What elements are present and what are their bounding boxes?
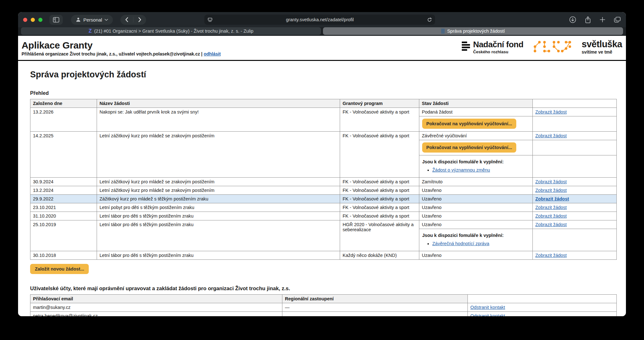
view-request-link[interactable]: Zobrazit žádost <box>535 205 567 210</box>
downloads-button[interactable] <box>569 16 576 23</box>
view-request-link[interactable]: Zobrazit žádost <box>535 188 567 193</box>
forms-list: Závěrečná hodnotící zpráva <box>423 241 530 246</box>
minimize-window-button[interactable] <box>31 18 35 22</box>
column-header-region: Regionální zastoupení <box>282 295 468 303</box>
back-button[interactable] <box>120 17 133 22</box>
application-action-cell: Zobrazit žádost <box>533 108 617 116</box>
application-row: 30.10.2018Letní tábor pro děti s těžkým … <box>30 251 617 260</box>
sidebar-toggle-button[interactable] <box>49 15 63 25</box>
application-date: 31.10.2020 <box>30 212 97 220</box>
header-logos: Nadační fond Českého rozhlasu <box>462 39 622 56</box>
remove-contact-link[interactable]: Odstranit kontakt <box>470 313 505 316</box>
view-request-link[interactable]: Zobrazit žádost <box>535 196 569 201</box>
window-controls <box>23 18 42 22</box>
continue-settlement-button[interactable]: Pokračovat na vyplňování vyúčtování... <box>422 142 516 153</box>
view-request-link[interactable]: Zobrazit žádost <box>535 179 567 184</box>
page-title: Správa projektových žádostí <box>30 70 616 80</box>
close-window-button[interactable] <box>23 18 27 22</box>
forms-list-item: Závěrečná hodnotící zpráva <box>432 241 530 246</box>
account-row: martin@sukany.cz—Odstranit kontakt <box>30 303 617 312</box>
forward-button[interactable] <box>133 17 146 22</box>
cesky-rozhlas-bars-icon <box>462 42 470 51</box>
view-request-link[interactable]: Zobrazit žádost <box>535 109 567 114</box>
tab-label: Správa projektových žádostí <box>447 29 505 34</box>
application-action-cell: Zobrazit žádost <box>533 203 617 212</box>
address-bar[interactable]: granty.svetluska.net/zadatel/profil <box>204 15 435 25</box>
application-action-cell: Zobrazit žádost <box>533 212 617 220</box>
application-row: 23.10.2021Letní pobyt pro děti s těžkým … <box>30 203 617 212</box>
applications-table: Založeno dne Název žádosti Grantový prog… <box>30 99 617 260</box>
application-program: FK - Volnočasové aktivity a sport <box>340 195 419 203</box>
view-request-link[interactable]: Zobrazit žádost <box>535 133 567 138</box>
person-icon <box>76 17 81 22</box>
column-header-account-actions <box>468 295 617 303</box>
chevron-down-icon <box>105 19 108 21</box>
tab-sprava-zadosti[interactable]: Správa projektových žádostí <box>323 27 623 35</box>
application-program: HGŘ 2020 - Volnočasové aktivity a sebere… <box>340 220 419 251</box>
view-request-link[interactable]: Zobrazit žádost <box>535 222 567 227</box>
available-forms-cell: Jsou k dispozici fomuláře k vyplnění:Žád… <box>419 155 533 178</box>
application-program: FK - Volnočasové aktivity a sport <box>340 212 419 220</box>
view-request-link[interactable]: Zobrazit žádost <box>535 213 567 219</box>
profile-switcher[interactable]: Personal <box>71 15 113 25</box>
overview-heading: Přehled <box>30 90 616 96</box>
application-name: Nakopni se: Jak udělat prvník krok za sv… <box>97 108 340 132</box>
sidebar-icon <box>53 17 59 23</box>
new-tab-button[interactable] <box>600 17 605 23</box>
remove-contact-link[interactable]: Odstranit kontakt <box>470 305 505 310</box>
account-action-cell: Odstranit kontakt <box>468 312 617 317</box>
application-action-cell: Zobrazit žádost <box>533 195 617 203</box>
accounts-heading: Uživatelské účty, které mají oprávnění u… <box>30 285 616 291</box>
column-header-name: Název žádosti <box>97 99 340 108</box>
form-link[interactable]: Žádost o významnou změnu <box>432 167 490 173</box>
application-status: Uzavřeno <box>419 195 533 203</box>
application-status: Podaná žádost <box>419 108 533 116</box>
reload-icon[interactable] <box>427 17 432 22</box>
forms-list-item: Žádost o významnou změnu <box>432 167 530 173</box>
view-request-link[interactable]: Zobrazit žádost <box>535 253 567 258</box>
share-button[interactable] <box>585 16 591 23</box>
svetluska-title: světluška <box>582 40 622 49</box>
column-header-date: Založeno dne <box>30 99 97 108</box>
application-name: Letní pobyt pro děti s těžkým postižením… <box>97 203 340 212</box>
column-header-status: Stav žádosti <box>419 99 533 108</box>
application-action-cell: Zobrazit žádost <box>533 251 617 260</box>
account-action-cell: Odstranit kontakt <box>468 303 617 312</box>
page-settings-icon[interactable] <box>208 17 213 22</box>
application-action-cell: Zobrazit žádost <box>533 178 617 186</box>
application-status: Uzavřeno <box>419 212 533 220</box>
application-row: 30.9.2024Letní zážitkový kurz pro mládež… <box>30 178 617 186</box>
accounts-table: Přihlašovací email Regionální zastoupení… <box>30 294 617 316</box>
tab-label: (21) #01 Organizacni > Grant Svetluska (… <box>94 29 253 34</box>
application-program: FK - Volnočasové aktivity a sport <box>340 132 419 178</box>
application-name: Zážitkový kurz pro mládež s těžkým posti… <box>97 195 340 203</box>
application-row: 29.9.2022Zážitkový kurz pro mládež s těž… <box>30 195 617 203</box>
nadacni-fond-title: Nadační fond <box>473 40 524 49</box>
application-status: Uzavřeno <box>419 203 533 212</box>
column-header-program: Grantový program <box>340 99 419 108</box>
empty-action-cell <box>533 140 617 155</box>
tab-zulip[interactable]: Z (21) #01 Organizacni > Grant Svetluska… <box>21 27 321 35</box>
zoom-window-button[interactable] <box>38 18 42 22</box>
application-date: 29.9.2022 <box>30 195 97 203</box>
application-row: 14.2.2025Letní zážitkový kurz pro mládež… <box>30 132 617 140</box>
tab-overview-button[interactable] <box>614 16 621 23</box>
application-action-cell: Zobrazit žádost <box>533 186 617 195</box>
application-status: Zamítnuto <box>419 178 533 186</box>
site-header: Aplikace Granty Přihlášená organizace Ži… <box>18 36 626 61</box>
create-new-request-button[interactable]: Založit novou žádost... <box>30 264 89 274</box>
application-name: Letní tábor pro děti s těžkým postižením… <box>97 251 340 260</box>
application-status: Uzavřeno <box>419 251 533 260</box>
logout-link[interactable]: odhlásit <box>204 51 221 56</box>
form-link[interactable]: Závěrečná hodnotící zpráva <box>432 241 489 246</box>
login-status-text: Přihlášená organizace Život trochu jinak… <box>22 51 204 56</box>
application-status: Uzavřeno <box>419 220 533 229</box>
column-header-actions <box>533 99 617 108</box>
toolbar-right-icons <box>569 16 621 23</box>
available-forms-label: Jsou k dispozici fomuláře k vyplnění: <box>422 233 530 238</box>
application-name: Letní tábor pro děti s těžkým postižením… <box>97 212 340 220</box>
application-date: 25.10.2019 <box>30 220 97 251</box>
continue-settlement-button[interactable]: Pokračovat na vyplňování vyúčtování... <box>422 119 516 129</box>
main-content: Správa projektových žádostí Přehled Zalo… <box>18 70 626 316</box>
accounts-table-header: Přihlašovací email Regionální zastoupení <box>30 295 617 303</box>
